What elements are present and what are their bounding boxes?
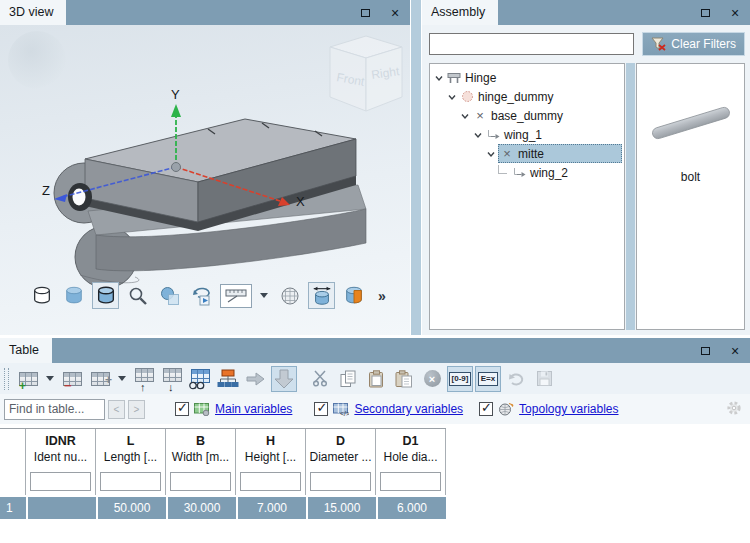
numeric-format-toggle[interactable]: [0-9] [447, 366, 473, 392]
close-button[interactable]: × [720, 338, 750, 363]
mesh-view-button[interactable] [276, 282, 303, 309]
cut-button[interactable] [307, 366, 333, 392]
close-button[interactable]: × [720, 0, 750, 25]
refresh-button[interactable] [503, 366, 529, 392]
tree-item-hinge-dummy[interactable]: hinge_dummy [430, 87, 624, 106]
column-d1[interactable]: D1 Hole dia... [376, 429, 446, 495]
cell-b[interactable]: 30.000 [166, 497, 236, 519]
copy-button[interactable] [335, 366, 361, 392]
column-idnr[interactable]: IDNR Ident nu... [26, 429, 96, 495]
chevron-down-icon[interactable] [445, 92, 459, 102]
column-h[interactable]: H Height [... [236, 429, 306, 495]
vertical-splitter[interactable] [410, 0, 422, 335]
topology-variables-link[interactable]: Topology variables [519, 402, 618, 416]
toolbar-overflow-button[interactable]: » [378, 288, 386, 304]
x-marker-icon: × [472, 109, 488, 122]
wireframe-view-button[interactable] [28, 282, 55, 309]
chevron-down-icon[interactable] [432, 73, 446, 83]
cell-d1[interactable]: 6.000 [376, 497, 446, 519]
rotate-animation-button[interactable] [188, 282, 215, 309]
cell-h[interactable]: 7.000 [236, 497, 306, 519]
move-row-down-button[interactable]: ↓ [159, 366, 185, 392]
3d-view-toolbar: » [28, 282, 386, 309]
column-filter-input[interactable] [170, 472, 231, 491]
maximize-button[interactable] [690, 338, 720, 363]
row-number[interactable]: 1 [0, 497, 26, 519]
cell-d[interactable]: 15.000 [306, 497, 376, 519]
main-variables-checkbox[interactable] [175, 402, 189, 416]
column-filter-input[interactable] [240, 472, 301, 491]
table-settings-button[interactable] [726, 400, 742, 419]
chevron-down-icon[interactable] [471, 130, 485, 140]
tab-table[interactable]: Table [0, 338, 52, 363]
dropdown-caret-icon[interactable] [46, 376, 54, 381]
tree-item-wing-2[interactable]: wing_2 [430, 163, 624, 182]
maximize-icon [361, 9, 370, 17]
save-button[interactable] [531, 366, 557, 392]
shaded-view-button[interactable] [60, 282, 87, 309]
maximize-button[interactable] [690, 0, 720, 25]
assembly-inner-splitter[interactable] [626, 63, 635, 330]
dropdown-caret-icon[interactable] [260, 293, 268, 298]
column-filter-input[interactable] [30, 472, 91, 491]
tree-item-base-dummy[interactable]: × base_dummy [430, 106, 624, 125]
assembly-filter-input[interactable] [429, 33, 634, 55]
top-section: 3D view × Front Right [0, 0, 750, 335]
dummy-part-icon [459, 90, 475, 103]
export-button[interactable] [271, 366, 297, 392]
column-filter-input[interactable] [310, 472, 371, 491]
section-view-button[interactable] [340, 282, 367, 309]
find-next-button[interactable]: > [128, 400, 145, 419]
clear-filters-button[interactable]: Clear Filters [642, 32, 745, 56]
3d-viewport[interactable]: Front Right [0, 25, 410, 335]
insert-column-button[interactable]: + [87, 366, 113, 392]
dropdown-caret-icon[interactable] [118, 376, 126, 381]
maximize-button[interactable] [350, 0, 380, 25]
column-d[interactable]: D Diameter ... [306, 429, 376, 495]
find-previous-button[interactable]: < [108, 400, 125, 419]
import-button[interactable] [243, 366, 269, 392]
tab-3d-view[interactable]: 3D view [0, 0, 66, 25]
copy-icon [340, 370, 357, 388]
tree-item-mitte[interactable]: × mitte [430, 144, 624, 163]
cell-idnr[interactable] [26, 497, 96, 519]
table-header: Table × [0, 338, 750, 363]
table-grid: IDNR Ident nu... L Length [... B Width [… [0, 424, 750, 543]
paste-button[interactable] [363, 366, 389, 392]
tree-item-hinge[interactable]: Hinge [430, 68, 624, 87]
main-variables-link[interactable]: Main variables [215, 402, 292, 416]
dimensions-view-button[interactable] [308, 282, 335, 309]
view-options-dropdown[interactable] [220, 284, 252, 308]
close-button[interactable]: × [380, 0, 410, 25]
chevron-down-icon[interactable] [484, 149, 498, 159]
tab-assembly[interactable]: Assembly [422, 0, 498, 25]
add-row-button[interactable]: + [15, 366, 41, 392]
remove-row-button[interactable]: − [59, 366, 85, 392]
column-filter-input[interactable] [100, 472, 161, 491]
delete-button[interactable]: × [419, 366, 445, 392]
topology-variables-checkbox[interactable] [479, 402, 493, 416]
table-panel: Table × + − + ↑ ↓ × [0-9] E=x [0, 338, 750, 543]
chevron-down-icon[interactable] [458, 111, 472, 121]
find-in-table-input[interactable] [4, 399, 105, 420]
column-l[interactable]: L Length [... [96, 429, 166, 495]
find-variables-button[interactable] [187, 366, 213, 392]
toolbar-grip[interactable] [4, 368, 9, 390]
topology-variables-icon [498, 402, 514, 416]
secondary-variables-checkbox[interactable] [314, 402, 328, 416]
column-b[interactable]: B Width [m... [166, 429, 236, 495]
table-row[interactable]: 1 50.000 30.000 7.000 15.000 6.000 [0, 497, 446, 519]
transparency-button[interactable] [156, 282, 183, 309]
secondary-variables-link[interactable]: Secondary variables [354, 402, 463, 416]
paste-special-button[interactable] [391, 366, 417, 392]
column-description: Ident nu... [26, 450, 95, 469]
move-row-up-button[interactable]: ↑ [131, 366, 157, 392]
shaded-edges-view-button[interactable] [92, 282, 119, 309]
hierarchy-button[interactable] [215, 366, 241, 392]
column-filter-input[interactable] [380, 472, 441, 491]
part-preview-panel[interactable]: bolt [636, 63, 745, 330]
cell-l[interactable]: 50.000 [96, 497, 166, 519]
tree-item-wing-1[interactable]: wing_1 [430, 125, 624, 144]
formula-display-toggle[interactable]: E=x [475, 366, 501, 392]
zoom-fit-button[interactable] [124, 282, 151, 309]
